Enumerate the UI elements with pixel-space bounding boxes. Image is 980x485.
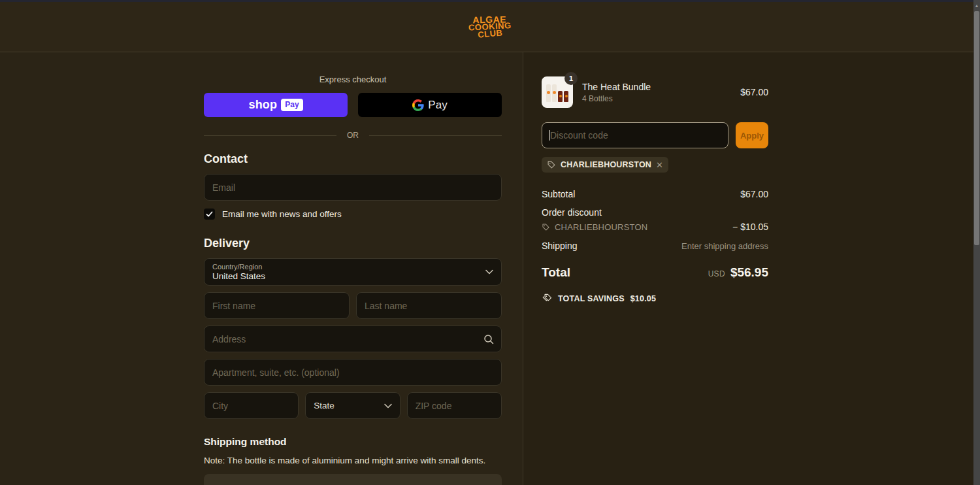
- name-fields-row: [204, 292, 502, 319]
- shipping-label: Shipping: [542, 241, 578, 251]
- product-price: $67.00: [740, 87, 768, 97]
- store-logo[interactable]: ALGAE COOKING CLUB: [468, 15, 512, 39]
- tag-icon: [547, 160, 556, 169]
- apartment-field[interactable]: [204, 359, 502, 386]
- bottle-graphic: [558, 91, 563, 102]
- savings-tags-icon: [542, 293, 552, 304]
- shipping-method-heading: Shipping method: [204, 436, 502, 448]
- order-summary-panel: 1 The Heat Bundle 4 Bottles $67.00 Apply: [523, 52, 980, 485]
- tag-icon: [542, 223, 550, 231]
- chevron-down-icon: [485, 269, 493, 275]
- apply-discount-button[interactable]: Apply: [736, 122, 768, 148]
- logo-line-1: ALGAE: [468, 16, 512, 24]
- cart-line-item: 1 The Heat Bundle 4 Bottles $67.00: [542, 76, 768, 108]
- city-field[interactable]: [204, 392, 299, 419]
- text-caret: [549, 130, 550, 141]
- divider-line: [369, 135, 502, 136]
- applied-discounts: CHARLIEBHOURSTON ✕: [542, 157, 768, 173]
- subtotal-value: $67.00: [740, 189, 768, 199]
- country-select-label: Country/Region: [212, 263, 493, 271]
- shop-pay-wordmark: shop: [248, 98, 277, 112]
- search-icon: [483, 334, 494, 344]
- bottle-graphic: [552, 84, 557, 102]
- first-name-field[interactable]: [204, 292, 350, 319]
- country-select[interactable]: Country/Region United States: [204, 258, 502, 286]
- product-info: The Heat Bundle 4 Bottles: [582, 82, 731, 103]
- state-select[interactable]: State: [305, 392, 400, 419]
- total-savings-label: TOTAL SAVINGS: [558, 294, 625, 303]
- discount-chip: CHARLIEBHOURSTON ✕: [542, 157, 668, 173]
- shipping-method-empty-state: Enter your shipping address to view avai…: [204, 474, 502, 485]
- shop-pay-button[interactable]: shop Pay: [204, 93, 348, 117]
- contact-heading: Contact: [204, 152, 502, 166]
- express-checkout-label: Express checkout: [204, 75, 502, 84]
- bottle-graphic: [546, 84, 551, 102]
- total-savings-value: $10.05: [630, 294, 656, 303]
- or-text: OR: [347, 131, 359, 140]
- order-discount-code: CHARLIEBHOURSTON: [555, 222, 647, 232]
- totals-section: Subtotal $67.00 Order discount CHARLIEBH…: [542, 189, 768, 304]
- subtotal-label: Subtotal: [542, 189, 575, 199]
- total-label: Total: [542, 265, 570, 280]
- order-discount-value: − $10.05: [732, 222, 768, 232]
- scrollbar[interactable]: ▲: [973, 0, 980, 485]
- product-title: The Heat Bundle: [582, 82, 731, 92]
- shop-pay-badge: Pay: [281, 99, 302, 111]
- total-row: Total USD $56.95: [542, 265, 768, 280]
- checkout-header: ALGAE COOKING CLUB: [0, 2, 980, 52]
- quantity-badge: 1: [564, 72, 578, 85]
- shipping-row: Shipping Enter shipping address: [542, 241, 768, 251]
- address-field[interactable]: [204, 326, 502, 352]
- state-select-value: State: [314, 401, 335, 410]
- discount-chip-code: CHARLIEBHOURSTON: [561, 160, 651, 169]
- last-name-field[interactable]: [356, 292, 502, 319]
- city-state-zip-row: State: [204, 392, 502, 419]
- newsletter-row: Email me with news and offers: [204, 209, 502, 220]
- or-divider: OR: [204, 131, 502, 140]
- currency-code: USD: [708, 269, 725, 278]
- google-g-icon: [412, 99, 424, 111]
- subtotal-row: Subtotal $67.00: [542, 189, 768, 199]
- express-pay-buttons: shop Pay Pay: [204, 93, 502, 117]
- divider-line: [204, 135, 336, 136]
- remove-discount-icon[interactable]: ✕: [656, 161, 663, 169]
- email-field[interactable]: [204, 174, 502, 201]
- order-discount-label: Order discount: [542, 207, 768, 218]
- newsletter-checkbox[interactable]: [204, 209, 215, 220]
- google-pay-button[interactable]: Pay: [358, 93, 502, 117]
- discount-code-row: Apply: [542, 122, 768, 148]
- address-field-wrap: [204, 326, 502, 352]
- product-variant: 4 Bottles: [582, 94, 731, 103]
- scroll-up-icon[interactable]: ▲: [973, 0, 980, 11]
- total-value: $56.95: [730, 265, 768, 280]
- country-select-value: United States: [212, 271, 493, 281]
- shipping-method-note: Note: The bottle is made of aluminium an…: [204, 456, 502, 465]
- delivery-heading: Delivery: [204, 237, 502, 250]
- bottle-graphic: [564, 91, 568, 102]
- checkout-main: Express checkout shop Pay Pay: [0, 52, 980, 485]
- discount-input-wrap: [542, 122, 728, 148]
- product-thumbnail: 1: [542, 76, 573, 108]
- scrollbar-thumb[interactable]: [974, 11, 979, 245]
- total-savings-row: TOTAL SAVINGS $10.05: [542, 293, 768, 304]
- order-discount-row: Order discount CHARLIEBHOURSTON − $10.05: [542, 207, 768, 232]
- discount-code-input[interactable]: [542, 122, 728, 148]
- chevron-down-icon: [384, 403, 392, 409]
- google-pay-wordmark: Pay: [428, 99, 447, 112]
- shipping-value: Enter shipping address: [681, 241, 768, 251]
- zip-field[interactable]: [407, 392, 502, 419]
- checkmark-icon: [206, 210, 213, 218]
- newsletter-label: Email me with news and offers: [222, 209, 342, 219]
- checkout-form-panel: Express checkout shop Pay Pay: [0, 52, 523, 485]
